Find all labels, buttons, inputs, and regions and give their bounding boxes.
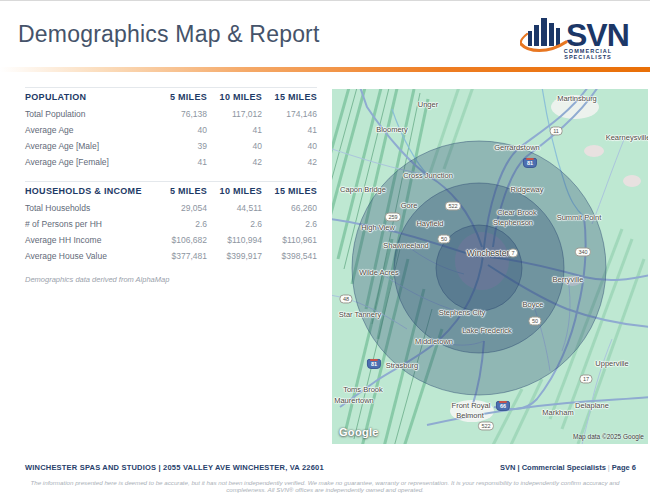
section-title: HOUSEHOLDS & INCOME [25, 186, 149, 196]
route-shield-icon: 522 [478, 421, 494, 430]
map-town-label: Clear Brook [497, 208, 537, 217]
urban-patch-1 [584, 145, 604, 157]
map-town-label: Martinsburg [557, 94, 597, 103]
row-label: # of Persons per HH [25, 219, 149, 229]
map-town-label: Gerrardstown [494, 143, 539, 152]
table-row: Average Age [Female]414242 [25, 154, 317, 170]
row-label: Average HH Income [25, 235, 149, 245]
row-value: 40 [149, 125, 207, 135]
row-value: 66,260 [262, 203, 317, 213]
footer-property-line: WINCHESTER SPAS AND STUDIOS | 2055 VALLE… [25, 463, 324, 472]
route-shield-icon: 11 [550, 126, 563, 135]
map-town-label: Ridgeway [511, 185, 544, 194]
urban-patch-2 [623, 175, 641, 187]
section-title: POPULATION [25, 92, 149, 102]
interstate-shield-icon: 66 [496, 401, 510, 411]
table-row: # of Persons per HH2.62.62.6 [25, 216, 317, 232]
map-town-label: Gore [401, 201, 418, 210]
buildings-icon [528, 18, 560, 46]
row-value: 2.6 [207, 219, 262, 229]
map-town-label: Lake Frederick [462, 326, 512, 335]
row-value: 76,138 [149, 109, 207, 119]
accent-bar [0, 67, 650, 72]
map-town-label: Bloomery [376, 125, 408, 134]
table-section: POPULATION5 MILES10 MILES15 MILESTotal P… [25, 87, 317, 170]
row-value: $106,682 [149, 235, 207, 245]
row-label: Average Age [Male] [25, 141, 149, 151]
row-value: 41 [207, 125, 262, 135]
table-row: Average Age404141 [25, 122, 317, 138]
row-value: $110,961 [262, 235, 317, 245]
map-town-label: Boyce [523, 300, 544, 309]
row-value: 117,012 [207, 109, 262, 119]
row-value: 174,146 [262, 109, 317, 119]
row-label: Average Age [Female] [25, 157, 149, 167]
map-town-label: Winchester [467, 248, 510, 258]
map-town-label: Star Tannery [339, 310, 381, 319]
logo-tagline: COMMERCIAL SPECIALISTS [540, 48, 636, 60]
footer: WINCHESTER SPAS AND STUDIOS | 2055 VALLE… [25, 463, 636, 472]
map-town-label: Upperville [595, 359, 628, 368]
svn-logo: SVN COMMERCIAL SPECIALISTS [520, 10, 638, 62]
google-logo[interactable]: Google [339, 426, 379, 438]
map-town-label: Hayfield [416, 219, 443, 228]
table-row: Total Households29,05444,51166,260 [25, 200, 317, 216]
route-shield-icon: 50 [437, 234, 450, 243]
row-label: Total Households [25, 203, 149, 213]
radius-map[interactable]: UngerMartinsburgBloomeryKearneysvilleGer… [332, 89, 648, 444]
route-shield-icon: 17 [579, 374, 592, 383]
column-header: 5 MILES [149, 92, 207, 102]
route-shield-icon: 48 [339, 294, 352, 303]
route-shield-icon: 522 [445, 201, 461, 210]
map-town-label: Stephenson [493, 218, 533, 227]
route-shield-icon: 7 [508, 248, 518, 257]
page-title: Demographics Map & Report [18, 21, 320, 48]
row-label: Total Population [25, 109, 149, 119]
map-town-label: Kearneysville [606, 133, 648, 142]
map-town-label: Markham [542, 408, 573, 417]
map-town-label: High View [361, 223, 395, 232]
row-value: $110,994 [207, 235, 262, 245]
swoosh-icon-tail [521, 34, 527, 44]
row-label: Average House Value [25, 251, 149, 261]
row-value: 40 [207, 141, 262, 151]
column-header: 10 MILES [207, 92, 262, 102]
row-value: $399,917 [207, 251, 262, 261]
row-value: 29,054 [149, 203, 207, 213]
map-town-label: Wilde Acres [359, 268, 399, 277]
footer-page-number: Page 6 [612, 463, 636, 472]
footer-disclaimer: The information presented here is deemed… [10, 479, 640, 493]
column-header: 10 MILES [207, 186, 262, 196]
row-value: 40 [262, 141, 317, 151]
table-row: Total Population76,138117,012174,146 [25, 106, 317, 122]
row-value: $398,541 [262, 251, 317, 261]
map-town-label: Middletown [415, 337, 453, 346]
row-value: 42 [262, 157, 317, 167]
row-value: 44,511 [207, 203, 262, 213]
map-town-label: Capon Bridge [340, 185, 386, 194]
route-shield-icon: 50 [528, 316, 541, 325]
map-attribution: Map data ©2025 Google [573, 433, 644, 440]
interstate-shield-icon: 81 [523, 158, 537, 168]
demographics-tables: POPULATION5 MILES10 MILES15 MILESTotal P… [25, 87, 317, 284]
map-town-label: Stephens City [439, 308, 486, 317]
table-row: Average HH Income$106,682$110,994$110,96… [25, 232, 317, 248]
map-town-label: Unger [418, 100, 438, 109]
footer-brand: SVN | Commercial Specialists [500, 463, 606, 472]
row-value: 41 [262, 125, 317, 135]
table-row: Average House Value$377,481$399,917$398,… [25, 248, 317, 264]
column-header: 15 MILES [262, 186, 317, 196]
footer-brand-page: SVN | Commercial Specialists|Page 6 [500, 463, 636, 472]
route-shield-icon: 340 [575, 247, 591, 256]
row-value: $377,481 [149, 251, 207, 261]
map-town-label: Front Royal [452, 401, 491, 410]
column-header: 15 MILES [262, 92, 317, 102]
column-header: 5 MILES [149, 186, 207, 196]
row-label: Average Age [25, 125, 149, 135]
map-town-label: Belmont [456, 411, 484, 420]
map-town-label: Cross Junction [403, 171, 453, 180]
source-note: Demographics data derived from AlphaMap [25, 275, 317, 284]
map-town-label: Delaplane [575, 401, 609, 410]
map-town-label: Strasburg [386, 361, 419, 370]
row-value: 2.6 [262, 219, 317, 229]
